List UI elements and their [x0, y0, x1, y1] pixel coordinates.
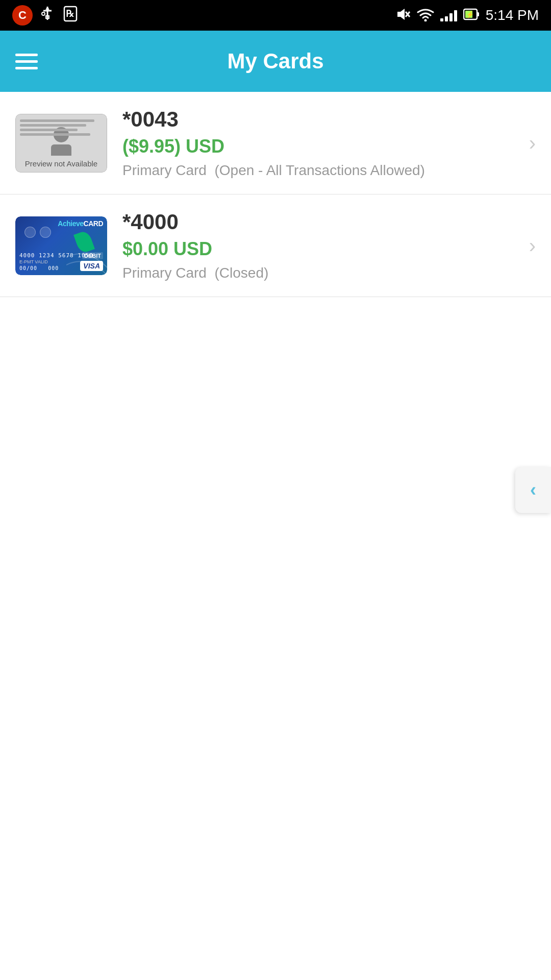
card-list: Preview not Available *0043 ($9.95) USD …	[0, 92, 551, 297]
svg-marker-7	[397, 9, 405, 20]
card-last4: *0043	[122, 107, 524, 132]
svg-text:℞: ℞	[66, 9, 74, 19]
card-chevron-icon: ›	[529, 132, 536, 155]
svg-marker-4	[45, 7, 49, 10]
card-balance: ($9.95) USD	[122, 136, 524, 157]
chevron-left-icon: ‹	[530, 479, 536, 501]
float-back-button[interactable]: ‹	[515, 467, 551, 513]
card-item[interactable]: Preview not Available *0043 ($9.95) USD …	[0, 92, 551, 194]
card-thumbnail-0043: Preview not Available	[15, 114, 107, 173]
status-bar: C ℞	[0, 0, 551, 31]
card-info-0043: *0043 ($9.95) USD Primary Card (Open - A…	[122, 107, 524, 179]
wifi-icon	[417, 7, 434, 23]
card-status: Primary Card (Open - All Transactions Al…	[122, 162, 524, 179]
svg-point-10	[424, 19, 427, 22]
card-last4: *4000	[122, 210, 524, 234]
hamburger-menu-button[interactable]	[15, 54, 38, 69]
card-status: Primary Card (Closed)	[122, 265, 524, 281]
card-info-4000: *4000 $0.00 USD Primary Card (Closed)	[122, 210, 524, 281]
status-bar-left: C ℞	[12, 5, 79, 26]
signal-icon	[440, 9, 457, 21]
svg-rect-12	[477, 12, 479, 16]
status-bar-right: ⚡ 5:14 PM	[395, 7, 539, 24]
card-thumbnail-4000: AchieveCARD 4000 1234 5678 1050 E-PMT VA…	[15, 216, 107, 275]
mute-icon	[395, 7, 411, 24]
card-balance: $0.00 USD	[122, 238, 524, 260]
prescription-icon: ℞	[62, 6, 79, 25]
status-time: 5:14 PM	[486, 7, 539, 23]
card-chevron-icon: ›	[529, 234, 536, 257]
usb-icon	[41, 6, 54, 25]
battery-icon: ⚡	[463, 7, 480, 23]
svg-text:⚡: ⚡	[466, 10, 474, 19]
achieve-card-logo: AchieveCARD	[58, 219, 103, 228]
svg-point-2	[42, 12, 45, 15]
card-item[interactable]: AchieveCARD 4000 1234 5678 1050 E-PMT VA…	[0, 194, 551, 297]
card-preview-label: Preview not Available	[25, 159, 97, 169]
app-header: My Cards	[0, 31, 551, 92]
app-icon: C	[12, 5, 33, 26]
page-title: My Cards	[227, 49, 323, 74]
